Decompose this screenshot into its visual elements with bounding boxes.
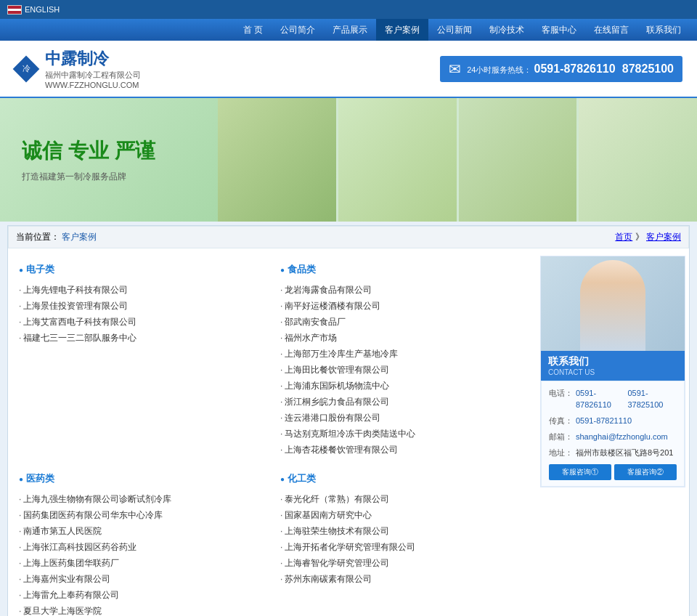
list-item[interactable]: 上海嘉州实业有限公司 [19, 571, 266, 587]
contact-buttons: 客服咨询① 客服咨询② [549, 464, 677, 480]
category-title-medicine: 医药类 [19, 472, 266, 485]
list-item[interactable]: 上海睿智化学研究管理公司 [280, 555, 527, 571]
contact-btn-2[interactable]: 客服咨询② [614, 464, 677, 480]
banner-img-2 [338, 98, 457, 222]
contact-email-row: 邮箱： shanghai@fzzhonglu.com [549, 431, 677, 442]
category-medicine: 医药类 上海九强生物物有限公司诊断试剂冷库 国药集团医药有限公司华东中心冷库 南… [12, 465, 273, 616]
contact-person-silhouette [580, 260, 645, 351]
top-bar: ENGLISH [0, 0, 697, 19]
list-item[interactable]: 邵武南安食品厂 [280, 314, 527, 330]
banner-slogan: 诚信 专业 严谨 [22, 137, 196, 165]
breadcrumb-home-link[interactable]: 首页 [615, 232, 632, 242]
list-item[interactable]: 上海杏花楼餐饮管理有限公司 [280, 442, 527, 458]
list-item[interactable]: 南通市第五人民医院 [19, 523, 266, 539]
list-item[interactable]: 苏州东南碳素有限公司 [280, 571, 527, 587]
logo-area: 冷 中露制冷 福州中露制冷工程有限公司 WWW.FZZHONGLU.COM [15, 48, 141, 89]
categories-area: 电子类 上海先锂电子科技有限公司 上海景佳投资管理有限公司 上海艾富西电子科技有… [12, 256, 534, 616]
nav-contact[interactable]: 联系我们 [637, 19, 690, 41]
main-wrapper: 当前位置： 客户案例 首页 》 客户案例 电子类 上海先锂电子科技有限公司 上海… [0, 222, 697, 616]
hotline-num2: 87825100 [622, 62, 674, 75]
breadcrumb-left: 当前位置： 客户案例 [16, 231, 97, 243]
category-chemical: 化工类 泰光化纤（常熟）有限公司 国家基因南方研究中心 上海驻荣生物技术有限公司… [273, 465, 534, 616]
list-item[interactable]: 浙江桐乡皖力食品有限公司 [280, 394, 527, 410]
hotline: ✉ 24小时服务热线： 0591-87826110 87825100 [440, 56, 682, 82]
banner-left: 诚信 专业 严谨 打造福建第一制冷服务品牌 [0, 98, 218, 222]
list-item[interactable]: 上海驻荣生物技术有限公司 [280, 523, 527, 539]
hotline-num1: 0591-87826110 [534, 62, 616, 75]
nav-tech[interactable]: 制冷技术 [481, 19, 533, 41]
list-item[interactable]: 上海先锂电子科技有限公司 [19, 282, 266, 298]
email-val: shanghai@fzzhonglu.com [576, 431, 668, 442]
nav-about[interactable]: 公司简介 [272, 19, 324, 41]
category-title-food: 食品类 [280, 263, 527, 276]
addr-label: 地址： [549, 447, 573, 458]
banner-img-4 [579, 98, 697, 222]
list-item[interactable]: 福州水产市场 [280, 330, 527, 346]
phone-val2: 0591-37825100 [628, 387, 677, 410]
list-item[interactable]: 福建七三一三二部队服务中心 [19, 330, 266, 346]
list-item[interactable]: 连云港港口股份有限公司 [280, 410, 527, 426]
fax-val: 0591-87821110 [576, 415, 632, 426]
nav-message[interactable]: 在线留言 [585, 19, 637, 41]
list-item[interactable]: 上海景佳投资管理有限公司 [19, 298, 266, 314]
breadcrumb-right: 首页 》 客户案例 [615, 231, 681, 243]
email-label: 邮箱： [549, 431, 573, 442]
category-items-food: 龙岩海露食品有限公司 南平好运楼酒楼有限公司 邵武南安食品厂 福州水产市场 上海… [280, 282, 527, 458]
contact-phone-row: 电话： 0591-87826110 0591-37825100 [549, 387, 677, 410]
list-item[interactable]: 泰光化纤（常熟）有限公司 [280, 491, 527, 507]
categories-grid: 电子类 上海先锂电子科技有限公司 上海景佳投资管理有限公司 上海艾富西电子科技有… [12, 256, 534, 616]
list-item[interactable]: 龙岩海露食品有限公司 [280, 282, 527, 298]
category-food: 食品类 龙岩海露食品有限公司 南平好运楼酒楼有限公司 邵武南安食品厂 福州水产市… [273, 256, 534, 465]
list-item[interactable]: 国家基因南方研究中心 [280, 507, 527, 523]
contact-photo [541, 256, 685, 351]
header: 冷 中露制冷 福州中露制冷工程有限公司 WWW.FZZHONGLU.COM ✉ … [0, 41, 697, 98]
content-body: 电子类 上海先锂电子科技有限公司 上海景佳投资管理有限公司 上海艾富西电子科技有… [8, 256, 689, 616]
list-item[interactable]: 夏旦大学上海医学院 [19, 603, 266, 616]
us-flag-icon [7, 5, 22, 15]
list-item[interactable]: 上海田比餐饮管理有限公司 [280, 362, 527, 378]
list-item[interactable]: 上海上医药集团华联药厂 [19, 555, 266, 571]
category-title-electronics: 电子类 [19, 263, 266, 276]
contact-fax-row: 传真： 0591-87821110 [549, 415, 677, 426]
nav-news[interactable]: 公司新闻 [428, 19, 481, 41]
fax-label: 传真： [549, 415, 573, 426]
list-item[interactable]: 上海九强生物物有限公司诊断试剂冷库 [19, 491, 266, 507]
nav-home[interactable]: 首 页 [235, 19, 272, 41]
main-nav: 首 页 公司简介 产品展示 客户案例 公司新闻 制冷技术 客服中心 在线留言 联… [0, 19, 697, 41]
list-item[interactable]: 上海张江高科技园区药谷药业 [19, 539, 266, 555]
contact-addr-row: 地址： 福州市鼓楼区福飞路8号201 [549, 447, 677, 458]
logo-diamond: 冷 [15, 57, 38, 81]
addr-val: 福州市鼓楼区福飞路8号201 [576, 447, 673, 458]
category-title-chemical: 化工类 [280, 472, 527, 485]
language-selector[interactable]: ENGLISH [7, 5, 60, 15]
banner-sub: 打造福建第一制冷服务品牌 [22, 171, 196, 183]
nav-cases[interactable]: 客户案例 [376, 19, 428, 41]
list-item[interactable]: 上海艾富西电子科技有限公司 [19, 314, 266, 330]
list-item[interactable]: 上海开拓者化学研究管理有限公司 [280, 539, 527, 555]
list-item[interactable]: 马达别克斯坦冷冻干肉类陆送中心 [280, 426, 527, 442]
logo-cn: 中露制冷 [45, 48, 141, 70]
list-item[interactable]: 上海部万生冷库生产基地冷库 [280, 346, 527, 362]
phone-val1: 0591-87826110 [576, 387, 625, 410]
breadcrumb-current: 客户案例 [62, 232, 97, 242]
breadcrumb: 当前位置： 客户案例 首页 》 客户案例 [8, 226, 689, 248]
nav-service[interactable]: 客服中心 [533, 19, 585, 41]
content-container: 当前位置： 客户案例 首页 》 客户案例 电子类 上海先锂电子科技有限公司 上海… [7, 225, 690, 616]
breadcrumb-current-link[interactable]: 客户案例 [646, 232, 681, 242]
banner-img-3 [459, 98, 577, 222]
contact-title-cn: 联系我们 [548, 355, 677, 368]
contact-btn-1[interactable]: 客服咨询① [549, 464, 611, 480]
nav-products[interactable]: 产品展示 [324, 19, 376, 41]
logo-url: WWW.FZZHONGLU.COM [45, 81, 141, 89]
lang-label: ENGLISH [25, 5, 60, 14]
sidebar: 联系我们 CONTACT US 电话： 0591-87826110 0591-3… [540, 256, 685, 616]
list-item[interactable]: 南平好运楼酒楼有限公司 [280, 298, 527, 314]
category-items-electronics: 上海先锂电子科技有限公司 上海景佳投资管理有限公司 上海艾富西电子科技有限公司 … [19, 282, 266, 346]
category-items-medicine: 上海九强生物物有限公司诊断试剂冷库 国药集团医药有限公司华东中心冷库 南通市第五… [19, 491, 266, 616]
banner: 诚信 专业 严谨 打造福建第一制冷服务品牌 [0, 98, 697, 222]
list-item[interactable]: 上海雷允上奉药有限公司 [19, 587, 266, 603]
contact-info-body: 电话： 0591-87826110 0591-37825100 传真： 0591… [541, 381, 685, 487]
list-item[interactable]: 国药集团医药有限公司华东中心冷库 [19, 507, 266, 523]
phone-label: 电话： [549, 387, 573, 410]
list-item[interactable]: 上海浦东国际机场物流中心 [280, 378, 527, 394]
